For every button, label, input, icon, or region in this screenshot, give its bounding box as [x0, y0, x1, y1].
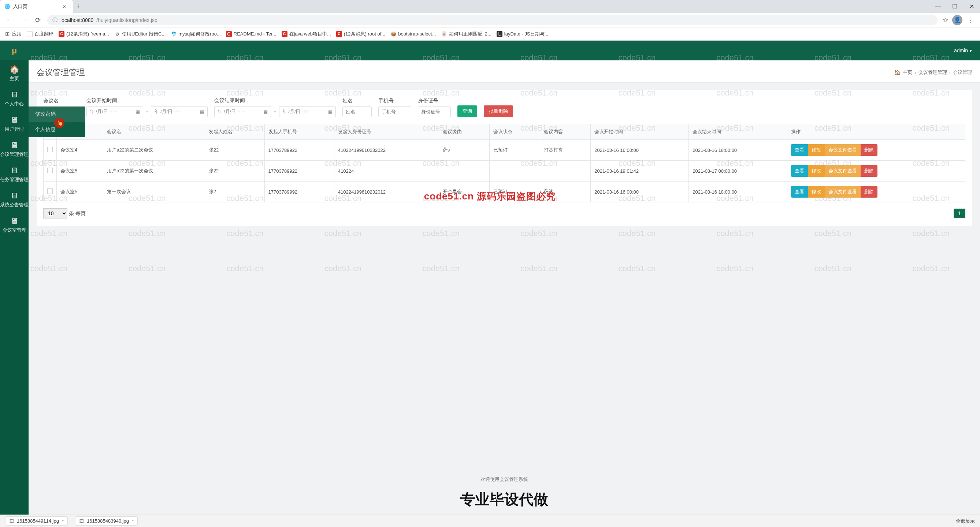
cell-idnum: 410224199610232012 [334, 181, 439, 202]
row-checkbox[interactable] [47, 147, 53, 152]
forward-button[interactable]: → [19, 14, 29, 25]
cell-idnum: 410224199610232022 [334, 140, 439, 161]
download-item[interactable]: 🖼 1615885483940.jpg ^ [75, 516, 138, 525]
content-area: 会议名 会议开始时间 年 /月/日 --:--▦ - 年 /月/日 --:--▦… [29, 83, 980, 472]
delete-button[interactable]: 删除 [861, 165, 877, 177]
download-item[interactable]: 🖼 1615885449114.jpg ^ [5, 516, 68, 525]
bookmark-icon: 📦 [390, 31, 396, 37]
breadcrumb: 🏠 主页 › 会议管理管理 › 会议管理 [894, 69, 972, 76]
tab-bar: 🌐 入口页 × + — ☐ ✕ [0, 0, 980, 13]
bookmark-item[interactable]: 百度翻译 [27, 31, 54, 37]
page-header: 会议管理管理 🏠 主页 › 会议管理管理 › 会议管理 [29, 60, 980, 83]
end-date-from-input[interactable]: 年 /月/日 --:--▦ [214, 106, 271, 117]
close-window-button[interactable]: ✕ [963, 0, 980, 13]
app-logo[interactable]: μ [0, 41, 29, 60]
table-header-row: 会议室 会议名 发起人姓名 发起人手机号 发起人身份证号 会议缘由 会议状态 会… [44, 124, 965, 140]
panel: 会议名 会议开始时间 年 /月/日 --:--▦ - 年 /月/日 --:--▦… [37, 90, 972, 226]
sidebar-item-personal[interactable]: 🖥个人中心 [0, 86, 29, 111]
bookmark-item[interactable]: LlayDate - JS日期与... [496, 31, 549, 37]
bookmark-apps[interactable]: ⊞应用 [5, 31, 22, 37]
delete-button[interactable]: 删除 [861, 186, 877, 198]
view-button[interactable]: 查看 [791, 165, 808, 177]
filter-start-time: 会议开始时间 年 /月/日 --:--▦ - 年 /月/日 --:--▦ [86, 97, 208, 117]
bookmark-item[interactable]: 🀄如何用正则匹配: 2... [441, 31, 492, 37]
back-button[interactable]: ← [5, 14, 14, 25]
bookmark-item[interactable]: ⊘使用UEditor 报错C... [114, 31, 165, 37]
calendar-icon: ▦ [328, 109, 332, 114]
caret-down-icon: ▾ [969, 48, 972, 54]
sidebar-item-users[interactable]: 🖥用户管理 [0, 111, 29, 136]
maximize-button[interactable]: ☐ [946, 0, 963, 13]
reload-button[interactable]: ⟳ [34, 14, 42, 25]
start-date-from-input[interactable]: 年 /月/日 --:--▦ [86, 106, 143, 117]
app-shell: μ 🏠主页 🖥个人中心 🖥用户管理 🖥会议管理管理 🖥任务管理管理 🖥系统公告管… [0, 41, 980, 514]
chevron-up-icon[interactable]: ^ [62, 519, 64, 523]
bookmark-item[interactable]: C(12条消息) root of... [336, 31, 385, 37]
batch-delete-button[interactable]: 批量删除 [484, 105, 513, 117]
start-date-to-input[interactable]: 年 /月/日 --:--▦ [151, 106, 208, 117]
cell-phone: 17703789992 [264, 181, 334, 202]
phone-input[interactable] [378, 106, 411, 117]
minimize-button[interactable]: — [929, 0, 946, 13]
show-all-downloads[interactable]: 全部显示 [956, 518, 975, 524]
sidebar-item-announce[interactable]: 🖥系统公告管理 [0, 187, 29, 212]
per-page-select[interactable]: 10 [43, 208, 67, 219]
browser-menu-icon[interactable]: ⋮ [966, 14, 975, 25]
end-date-to-input[interactable]: 年 /月/日 --:--▦ [279, 106, 336, 117]
cell-person: 张2 [205, 181, 264, 202]
edit-button[interactable]: 修改 [808, 186, 825, 198]
bookmark-icon: ⊘ [114, 31, 120, 37]
cell-reason [439, 161, 489, 181]
cell-reason: 开个早会 [439, 181, 489, 202]
bookmark-star-icon[interactable]: ☆ [943, 16, 948, 24]
files-button[interactable]: 会议文件查看 [825, 186, 861, 198]
breadcrumb-section[interactable]: 会议管理管理 [918, 69, 947, 76]
url-input[interactable]: ⓘ localhost:8080/huiyiguanlixitong/index… [47, 15, 937, 25]
edit-button[interactable]: 修改 [808, 165, 825, 177]
cell-name: 第一次会议 [103, 181, 205, 202]
delete-button[interactable]: 删除 [861, 144, 877, 156]
cell-content: 打赏打赏 [540, 140, 591, 161]
name-input[interactable] [342, 106, 372, 117]
files-button[interactable]: 会议文件查看 [825, 165, 861, 177]
apps-grid-icon: ⊞ [5, 31, 10, 37]
bookmark-item[interactable]: C在java web项目中... [282, 31, 331, 37]
chevron-right-icon: › [915, 70, 916, 75]
user-dropdown[interactable]: admin ▾ [954, 48, 972, 54]
edit-button[interactable]: 修改 [808, 144, 825, 156]
monitor-icon: 🖥 [10, 141, 18, 150]
view-button[interactable]: 查看 [791, 144, 808, 156]
pager: 10 条 每页 1 [43, 208, 965, 219]
chevron-up-icon[interactable]: ^ [132, 519, 134, 523]
tab-close-icon[interactable]: × [63, 3, 66, 10]
cell-end: 2021-03-16 18:00:00 [689, 140, 787, 161]
browser-tab[interactable]: 🌐 入口页 × [0, 0, 73, 13]
row-checkbox[interactable] [47, 189, 53, 194]
cell-room: 会议室5 [57, 161, 103, 181]
sidebar-item-tasks[interactable]: 🖥任务管理管理 [0, 161, 29, 187]
profile-avatar-icon[interactable]: 👤 [952, 15, 963, 25]
new-tab-button[interactable]: + [73, 1, 84, 12]
per-page-control: 10 条 每页 [43, 208, 86, 219]
idnum-input[interactable] [418, 106, 451, 117]
view-button[interactable]: 查看 [791, 186, 808, 198]
sidebar-item-rooms[interactable]: 🖥会议室管理 [0, 212, 29, 237]
row-checkbox[interactable] [47, 168, 53, 173]
sidebar-item-meetings[interactable]: 🖥会议管理管理 [0, 136, 29, 161]
bookmark-item[interactable]: C(12条消息) freema... [59, 31, 109, 37]
row-actions: 查看 修改 会议文件查看 删除 [791, 144, 961, 156]
cell-status [489, 161, 540, 181]
bookmark-item[interactable]: GREADME.md - Ter... [226, 31, 277, 37]
bookmark-item[interactable]: 🐬mysql如何修改roo... [171, 31, 221, 37]
cell-start: 2021-03-16 16:00:00 [591, 140, 689, 161]
sidebar-item-home[interactable]: 🏠主页 [0, 60, 29, 86]
tab-title: 入口页 [13, 3, 27, 10]
image-file-icon: 🖼 [9, 518, 14, 524]
query-button[interactable]: 查询 [457, 105, 477, 117]
bookmark-item[interactable]: 📦bootstrap-select... [390, 31, 436, 37]
page-number[interactable]: 1 [954, 209, 965, 218]
breadcrumb-home[interactable]: 主页 [903, 69, 912, 76]
monitor-icon: 🖥 [10, 166, 18, 175]
files-button[interactable]: 会议文件查看 [825, 144, 861, 156]
url-path: /huiyiguanlixitong/index.jsp [96, 17, 158, 23]
